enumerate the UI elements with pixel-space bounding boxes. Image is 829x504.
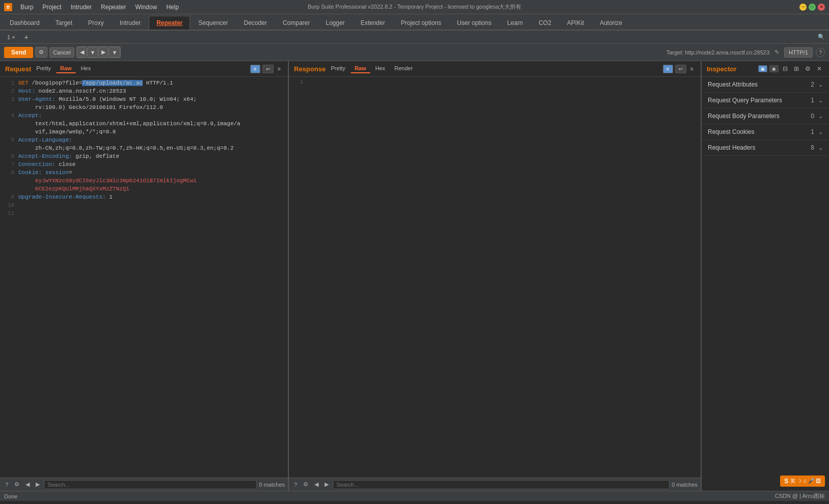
settings-icon[interactable]: ⚙ — [35, 47, 47, 58]
menu-help[interactable]: Help — [162, 3, 183, 12]
tab-intruder[interactable]: Intruder — [112, 16, 148, 30]
request-search-input[interactable] — [44, 480, 257, 489]
response-title: Response — [294, 65, 326, 73]
tab-sequencer[interactable]: Sequencer — [191, 16, 235, 30]
tab-decoder[interactable]: Decoder — [236, 16, 275, 30]
request-line-5: 5 Accept-Language: zh-CN,zh;q=0.8,zh-TW;… — [4, 136, 284, 152]
inspector-bottom: S 英 ☽ ♫ 🎤 🖼 — [702, 156, 829, 491]
response-search-input[interactable] — [333, 480, 670, 489]
response-tab-pretty[interactable]: Pretty — [327, 64, 350, 73]
request-line-8: 8 Cookie: session= eyJwYXNzcG9ydCI6eyJlc… — [4, 169, 284, 193]
response-search-bar: ? ⚙ ◀ ▶ 0 matches — [289, 478, 701, 491]
nav-next-button[interactable]: ▶ — [98, 47, 109, 58]
tab-proxy[interactable]: Proxy — [81, 16, 112, 30]
menu-burp[interactable]: Burp — [16, 3, 37, 12]
menu-project[interactable]: Project — [38, 3, 65, 12]
chevron-down-icon-5: ⌄ — [818, 145, 823, 151]
chevron-down-icon-2: ⌄ — [818, 97, 823, 104]
request-panel: Request Pretty Raw Hex ≡ ↩ ≡ 1 GET /boog… — [0, 61, 289, 491]
response-search-next[interactable]: ▶ — [323, 480, 331, 489]
nav-prev-button[interactable]: ◀ — [77, 47, 87, 58]
request-panel-header: Request Pretty Raw Hex ≡ ↩ ≡ — [0, 61, 288, 77]
request-search-next[interactable]: ▶ — [34, 480, 42, 489]
request-search-settings[interactable]: ⚙ — [12, 480, 21, 489]
inspector-count-body-params: 0 — [811, 113, 814, 120]
menu-window[interactable]: Window — [131, 3, 161, 12]
response-panel-tabs: Pretty Raw Hex Render — [327, 64, 417, 73]
tab-learn[interactable]: Learn — [499, 16, 530, 30]
tab-user-options[interactable]: User options — [449, 16, 499, 30]
request-search-prev[interactable]: ◀ — [23, 480, 32, 489]
inspector-label-query-params: Request Query Parameters — [708, 97, 811, 104]
window-controls: ─ □ ✕ — [799, 4, 825, 11]
send-button[interactable]: Send — [4, 47, 33, 58]
tab-autorize[interactable]: Autorize — [592, 16, 630, 30]
request-search-help[interactable]: ? — [3, 481, 10, 489]
inspector-row-query-params[interactable]: Request Query Parameters 1 ⌄ — [702, 93, 829, 108]
response-tab-hex[interactable]: Hex — [371, 64, 390, 73]
nav-next-dropdown[interactable]: ▼ — [109, 47, 120, 58]
help-button[interactable]: ? — [816, 48, 825, 57]
response-options-icon[interactable]: ≡ — [688, 65, 696, 73]
request-title: Request — [5, 65, 31, 73]
inspector-count-query-params: 1 — [811, 97, 814, 104]
branding-icon: S — [784, 478, 788, 485]
request-view-split1[interactable]: ≡ — [250, 65, 260, 73]
request-options-icon[interactable]: ≡ — [276, 65, 283, 73]
inspector-view-btn-1[interactable]: ▦ — [758, 65, 767, 72]
nav-prev-dropdown[interactable]: ▼ — [87, 47, 99, 58]
target-edit-icon[interactable]: ✎ — [772, 48, 781, 57]
inspector-split-icon[interactable]: ⊟ — [781, 64, 790, 73]
inspector-row-body-params[interactable]: Request Body Parameters 0 ⌄ — [702, 108, 829, 124]
response-tab-render[interactable]: Render — [390, 64, 417, 73]
request-line-10: 10 — [4, 201, 284, 209]
inspector-settings-icon[interactable]: ⚙ — [803, 64, 813, 73]
menu-intruder[interactable]: Intruder — [67, 3, 96, 12]
inspector-count-headers: 8 — [811, 144, 814, 151]
request-tab-pretty[interactable]: Pretty — [32, 64, 55, 73]
close-button[interactable]: ✕ — [818, 4, 825, 11]
menu-repeater[interactable]: Repeater — [97, 3, 130, 12]
response-tab-raw[interactable]: Raw — [351, 64, 370, 73]
sub-tabs-row: 1 × + 🔍 — [0, 31, 829, 44]
cancel-button[interactable]: Cancel — [49, 47, 74, 58]
response-view-split1[interactable]: ≡ — [663, 65, 673, 73]
response-view-split2[interactable]: ↩ — [675, 65, 686, 73]
inspector-plus-icon[interactable]: ⊞ — [792, 64, 801, 73]
tab-repeater[interactable]: Repeater — [149, 16, 190, 30]
request-view-split2[interactable]: ↩ — [262, 65, 274, 73]
response-search-prev[interactable]: ◀ — [312, 480, 320, 489]
inspector-close-icon[interactable]: ✕ — [815, 64, 824, 73]
search-icon-global[interactable]: 🔍 — [816, 33, 827, 41]
request-tab-hex[interactable]: Hex — [77, 64, 95, 73]
inspector-row-request-attributes[interactable]: Request Attributes 2 ⌄ — [702, 77, 829, 93]
response-code-area: 1 — [289, 77, 701, 478]
request-code-area[interactable]: 1 GET /boogipop?file=/app/uploads/ac.ac … — [0, 77, 288, 478]
tab-logger[interactable]: Logger — [318, 16, 352, 30]
app-title: Burp Suite Professional v2022.8.2 - Temp… — [308, 3, 521, 11]
inspector-view-btn-2[interactable]: ▣ — [769, 65, 779, 72]
request-line-9: 9 Upgrade-Insecure-Requests: 1 — [4, 193, 284, 201]
main-content: Request Pretty Raw Hex ≡ ↩ ≡ 1 GET /boog… — [0, 61, 829, 491]
tab-apikit[interactable]: APIKit — [559, 16, 592, 30]
http-version-button[interactable]: HTTP/1 — [784, 47, 813, 58]
tab-co2[interactable]: CO2 — [531, 16, 559, 30]
sub-tab-1[interactable]: 1 × — [2, 33, 20, 42]
chevron-down-icon-1: ⌄ — [818, 81, 823, 88]
response-search-settings[interactable]: ⚙ — [301, 480, 310, 489]
branding-text: 英 ☽ ♫ 🎤 🖼 — [790, 478, 821, 485]
maximize-button[interactable]: □ — [809, 4, 816, 11]
tab-dashboard[interactable]: Dashboard — [2, 16, 47, 30]
tab-project-options[interactable]: Project options — [393, 16, 449, 30]
sub-tab-add[interactable]: + — [20, 32, 33, 43]
inspector-row-headers[interactable]: Request Headers 8 ⌄ — [702, 140, 829, 156]
minimize-button[interactable]: ─ — [799, 4, 807, 11]
tab-extender[interactable]: Extender — [353, 16, 393, 30]
request-tab-raw[interactable]: Raw — [56, 64, 76, 73]
chevron-down-icon-3: ⌄ — [818, 113, 823, 120]
tab-target[interactable]: Target — [48, 16, 80, 30]
response-search-help[interactable]: ? — [292, 481, 299, 489]
request-search-bar: ? ⚙ ◀ ▶ 0 matches — [0, 478, 288, 491]
tab-comparer[interactable]: Comparer — [275, 16, 317, 30]
inspector-row-cookies[interactable]: Request Cookies 1 ⌄ — [702, 124, 829, 140]
